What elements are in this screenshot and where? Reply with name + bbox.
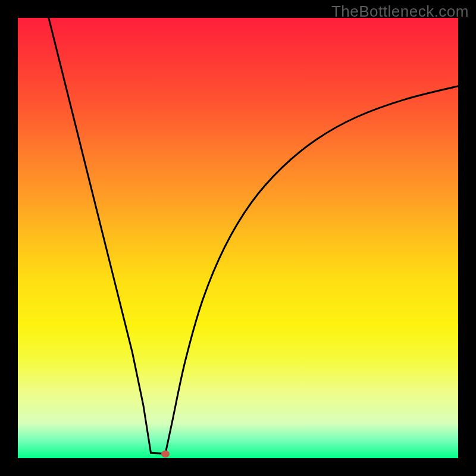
curve-left-branch xyxy=(49,18,151,453)
curve-right-branch xyxy=(165,86,458,454)
chart-frame: TheBottleneck.com xyxy=(0,0,476,476)
minimum-marker-dot xyxy=(161,450,170,458)
curve-canvas xyxy=(18,18,458,458)
plot-area xyxy=(18,18,458,458)
